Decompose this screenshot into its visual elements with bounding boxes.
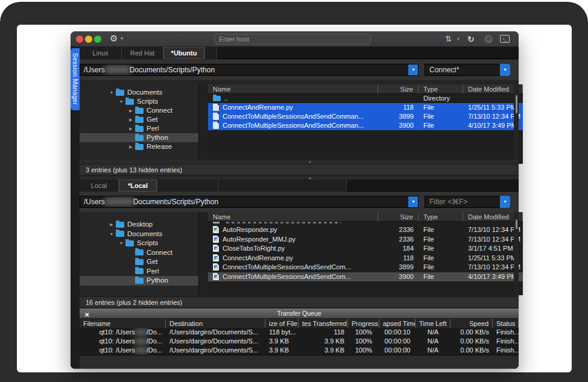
queue-row[interactable]: qt10: /Users/Do... /Users/dargiro/Docume… (80, 346, 519, 355)
file-row-selected[interactable]: ConnectToMultipleSessionsAndSendCom... 3… (208, 272, 523, 282)
queue-row[interactable]: qt10: /Users/Do... /Users/dargiro/Docume… (80, 328, 519, 337)
tree-item-label: Connect (147, 107, 172, 114)
tree-collapsed-icon[interactable]: ▶ (107, 220, 116, 230)
local-scrollbar-thumb[interactable] (516, 219, 517, 229)
folder-icon (135, 108, 144, 114)
file-row[interactable]: AutoResponder_MMJ.py 2336 File 7/13/10 1… (208, 235, 523, 245)
column-header-type[interactable]: Type (419, 84, 463, 93)
tab-red-hat[interactable]: Red Hat (122, 47, 163, 59)
transfer-arrows-icon[interactable]: ⇅ (445, 34, 451, 43)
queue-destination: /Users/dargiro/Documents/S... (166, 337, 265, 346)
file-size: 184 (378, 244, 419, 254)
file-size: 3899 (378, 263, 419, 272)
gear-icon[interactable]: ⚙ (110, 33, 118, 44)
filter-dropdown-button[interactable]: ▾ (500, 196, 510, 208)
tree-item-get[interactable]: Get (80, 257, 198, 267)
file-row-selected[interactable]: ConnectToMultipleSessionsAndSendComman..… (208, 121, 523, 130)
gear-dropdown-chevron-icon[interactable]: ▾ (121, 36, 123, 41)
privacy-blur (104, 66, 131, 74)
file-type: File (419, 272, 463, 282)
tab-linux[interactable]: Linux (80, 47, 122, 59)
tree-item-scripts[interactable]: ▼Scripts (80, 97, 198, 106)
tree-collapsed-icon[interactable]: ▶ (127, 142, 135, 151)
column-header-type[interactable]: Type (419, 212, 463, 221)
tab-local-active[interactable]: *Local (119, 180, 157, 192)
local-path-dropdown-button[interactable]: ▾ (408, 196, 419, 208)
terminal-icon[interactable]: ›_ (500, 35, 510, 43)
queue-destination: /Users/dargiro/Documents/S... (166, 346, 265, 355)
column-header-progress[interactable]: Progress (348, 319, 379, 328)
file-row-selected[interactable]: ConnectToMultipleSessionsAndSendComman..… (208, 112, 523, 121)
tree-item-connect[interactable]: Connect (80, 248, 198, 258)
window-titlebar[interactable]: ⚙ ▾ ⇅ ▾ ↻ ✕ ›_ (71, 31, 519, 47)
column-header-time-left[interactable]: Time Left (416, 319, 450, 328)
queue-size: 118 byt... (265, 328, 299, 337)
tree-expanded-icon[interactable]: ▼ (107, 88, 116, 97)
tree-item-perl[interactable]: ▶Perl (80, 124, 198, 133)
zoom-window-button[interactable] (94, 36, 101, 43)
column-header-elapsed-time[interactable]: apsed Time (379, 319, 416, 328)
remote-scrollbar-track[interactable] (514, 84, 519, 164)
connect-combo-dropdown-button[interactable]: ▾ (500, 64, 510, 76)
tree-item-get[interactable]: ▶Get (80, 115, 198, 124)
tree-collapsed-icon[interactable]: ▶ (127, 115, 135, 124)
file-icon (213, 122, 219, 129)
tree-item-scripts[interactable]: ▼Scripts (80, 239, 198, 248)
file-row[interactable]: CloseTabsToRight.py 184 File 3/1/17 4:51… (208, 244, 523, 254)
minimize-window-button[interactable] (85, 36, 92, 43)
file-row[interactable]: ConnectAndRename.py 118 File 1/25/11 5:3… (208, 254, 523, 263)
folder-icon (135, 117, 144, 123)
file-size: 3900 (378, 272, 419, 282)
connect-combo[interactable]: Connect* ▾ (425, 64, 510, 76)
tree-item-documents[interactable]: ▼Documents (80, 88, 198, 97)
column-header-filename[interactable]: Filename (80, 319, 166, 328)
refresh-icon[interactable]: ↻ (467, 34, 475, 44)
column-header-name[interactable]: Name (208, 212, 378, 221)
queue-row[interactable]: qt10: /Users/Do... /Users/dargiro/Docume… (80, 337, 519, 346)
tab-ubuntu[interactable]: *Ubuntu (163, 47, 205, 59)
column-header-size[interactable]: Size (378, 212, 419, 221)
column-header-speed[interactable]: Speed (450, 319, 493, 328)
session-manager-tab[interactable]: Session Manager (71, 48, 80, 110)
tree-item-release[interactable]: ▶Release (80, 142, 198, 151)
tree-collapsed-icon[interactable]: ▶ (127, 124, 135, 133)
file-row-parent-dir[interactable]: .. Directory (208, 94, 523, 103)
column-header-bytes-transferred[interactable]: tes Transferred (299, 319, 348, 328)
file-row[interactable]: AutoResponder.py 2336 File 7/13/10 12:34… (208, 225, 523, 235)
file-row-selected[interactable]: ConnectAndRename.py 118 File 1/25/11 5:3… (208, 103, 523, 112)
tree-item-connect[interactable]: ▶Connect (80, 106, 198, 115)
queue-status: Finish... (493, 337, 519, 346)
transfer-dropdown-chevron-icon[interactable]: ▾ (457, 37, 460, 42)
close-window-button[interactable] (76, 36, 83, 43)
enter-host-input[interactable] (214, 34, 371, 45)
local-path-input[interactable]: /UsersDocuments/Scripts/Python ▾ (80, 196, 419, 208)
tree-expanded-icon[interactable]: ▼ (117, 97, 125, 106)
remote-path-dropdown-button[interactable]: ▾ (408, 64, 419, 76)
tree-expanded-icon[interactable]: ▼ (117, 239, 125, 248)
column-header-name[interactable]: Name (208, 84, 378, 93)
tree-item-python-selected[interactable]: Python (80, 276, 198, 286)
file-row[interactable]: ConnectToMultipleSessionsAndSendCom... 3… (208, 263, 523, 272)
column-header-size-of-file[interactable]: ize of File (265, 319, 299, 328)
tree-expanded-icon[interactable]: ▼ (107, 230, 116, 239)
column-header-destination[interactable]: Destination (166, 319, 265, 328)
local-scrollbar-track[interactable] (514, 212, 519, 295)
file-type: File (419, 254, 463, 263)
tree-item-desktop[interactable]: ▶Desktop (80, 220, 198, 230)
remote-path-input[interactable]: /UsersDocuments/Scripts/Python ▾ (80, 64, 419, 76)
column-header-status[interactable]: Status (493, 319, 519, 328)
remote-scrollbar-thumb[interactable] (516, 95, 517, 113)
file-row-clipped[interactable] (208, 222, 523, 225)
tree-collapsed-icon[interactable]: ▶ (127, 106, 135, 115)
tree-item-python-selected[interactable]: Python (80, 133, 198, 142)
filter-combo[interactable]: Filter <⌘F> ▾ (425, 196, 510, 208)
folder-icon (125, 99, 134, 105)
tree-item-perl[interactable]: Perl (80, 267, 198, 277)
tab-local[interactable]: Local (80, 180, 119, 192)
tree-item-documents[interactable]: ▼Documents (80, 230, 198, 239)
file-type: File (419, 112, 463, 121)
splitter[interactable] (80, 160, 519, 164)
queue-status: Finish... (493, 328, 519, 337)
queue-bytes: 3.9 KB (299, 346, 348, 355)
column-header-size[interactable]: Size (378, 84, 419, 93)
